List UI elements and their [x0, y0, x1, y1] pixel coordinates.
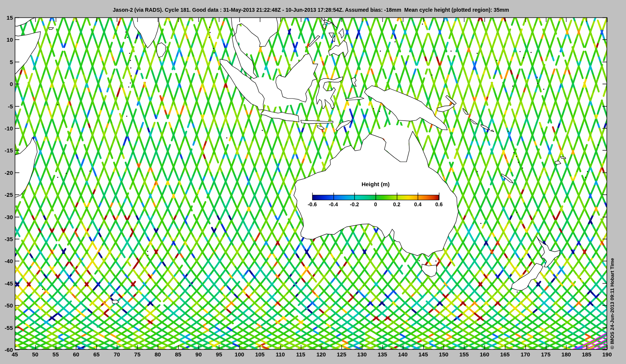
colorbar-tick-label: -0.2	[350, 201, 359, 207]
x-tick-label: 150	[439, 351, 448, 358]
x-tick-label: 155	[459, 351, 469, 358]
y-tick-label: -55	[0, 324, 13, 331]
x-tick-label: 90	[195, 351, 202, 358]
colorbar-tick-label: 0.2	[393, 201, 400, 207]
x-tick-label: 85	[175, 351, 181, 358]
x-tick-label: 190	[602, 351, 612, 358]
x-tick-label: 70	[114, 351, 120, 358]
x-tick-label: 55	[52, 351, 59, 358]
y-tick-label: 5	[0, 58, 13, 65]
plot-title: Jason-2 (via RADS). Cycle 181. Good data…	[15, 7, 607, 13]
y-tick-label: -10	[0, 125, 13, 132]
altimetry-figure: Jason-2 (via RADS). Cycle 181. Good data…	[0, 0, 626, 364]
x-tick-label: 145	[418, 351, 428, 358]
x-tick-label: 160	[480, 351, 489, 358]
colorbar-tick-label: -0.4	[329, 201, 338, 207]
y-tick-label: 15	[0, 14, 13, 21]
y-tick-label: 10	[0, 36, 13, 43]
y-tick-label: -35	[0, 236, 13, 242]
y-tick-label: -40	[0, 258, 13, 264]
y-tick-label: -30	[0, 213, 13, 220]
x-tick-label: 120	[316, 351, 326, 358]
x-tick-label: 175	[541, 351, 551, 358]
y-tick-label: -20	[0, 169, 13, 176]
colorbar-tick-label: 0.6	[435, 201, 442, 207]
x-tick-label: 180	[562, 351, 571, 358]
x-tick-label: 50	[32, 351, 38, 358]
x-tick-label: 170	[521, 351, 530, 358]
x-tick-label: 65	[93, 351, 100, 358]
y-tick-label: -25	[0, 191, 13, 198]
x-tick-label: 125	[337, 351, 346, 358]
x-tick-label: 165	[500, 351, 510, 358]
x-tick-label: 185	[582, 351, 591, 358]
x-tick-label: 115	[296, 351, 305, 358]
colorbar-tick-label: 0.4	[414, 201, 422, 207]
x-tick-label: 110	[276, 351, 285, 358]
y-tick-label: -5	[0, 103, 13, 109]
y-tick-label: 0	[0, 81, 13, 87]
x-tick-label: 95	[216, 351, 222, 358]
colorbar-label: Height (m)	[312, 181, 439, 187]
x-tick-label: 60	[73, 351, 79, 358]
x-tick-label: 130	[357, 351, 367, 358]
y-tick-label: -15	[0, 147, 13, 154]
x-tick-label: 75	[134, 351, 141, 358]
colorbar-tick-label: 0	[374, 201, 377, 207]
x-tick-label: 80	[154, 351, 161, 358]
y-tick-label: -60	[0, 347, 13, 353]
x-tick-label: 100	[235, 351, 244, 358]
y-tick-label: -45	[0, 280, 13, 286]
colorbar-tick-label: -0.6	[308, 201, 317, 207]
x-tick-label: 135	[377, 351, 387, 358]
y-tick-label: -50	[0, 302, 13, 309]
x-tick-label: 140	[398, 351, 407, 358]
x-tick-label: 105	[255, 351, 264, 358]
imos-watermark: © IMOS 24-Jun-2013 09:11 Hobart Time	[609, 258, 615, 349]
